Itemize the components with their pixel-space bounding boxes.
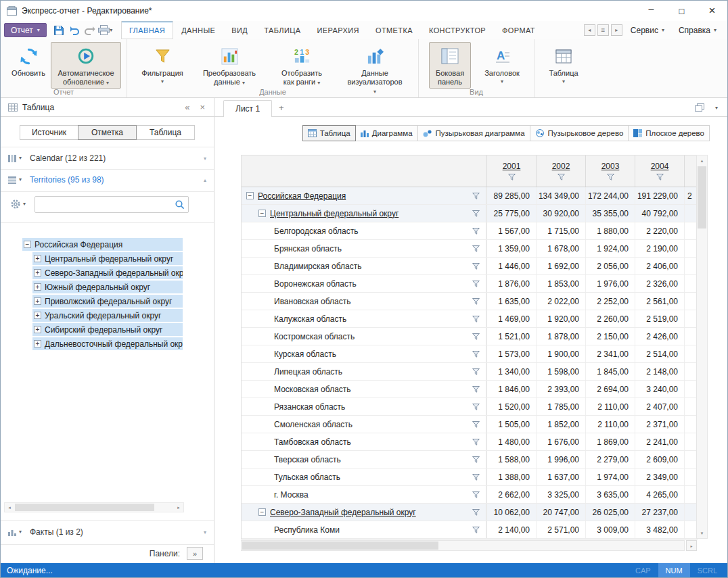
data-cell[interactable]: 2 341,00	[585, 345, 635, 362]
caret-down-icon[interactable]: ▾	[19, 529, 22, 535]
data-cell[interactable]: 2 190,00	[635, 240, 684, 257]
data-cell[interactable]: 2 260,00	[585, 310, 635, 327]
table-row[interactable]: Калужская область1 469,001 920,002 260,0…	[242, 310, 697, 328]
scrollbar-thumb[interactable]	[15, 504, 154, 511]
refresh-button[interactable]: Обновить	[6, 42, 51, 80]
row-header-label[interactable]: Российская Федерация	[258, 191, 346, 201]
filtering-button[interactable]: Фильтрация ▾	[140, 42, 185, 87]
row-filter-icon[interactable]	[472, 474, 480, 481]
column-filter-icon[interactable]	[607, 174, 614, 180]
table-row[interactable]: Костромская область1 521,001 878,002 150…	[242, 328, 697, 345]
table-row[interactable]: Воронежская область1 876,001 853,001 976…	[242, 275, 697, 293]
collapse-panel-button[interactable]: «	[185, 102, 189, 112]
data-cell[interactable]: 1 678,00	[536, 240, 585, 257]
row-filter-icon[interactable]	[472, 298, 480, 305]
table-button[interactable]: Таблица ▾	[544, 42, 583, 87]
tree-item[interactable]: +Приволжский федеральный округ	[1, 294, 214, 308]
table-row[interactable]: Тамбовская область1 480,001 676,001 869,…	[242, 433, 697, 451]
table-row[interactable]: г. Москва2 662,003 325,003 635,004 265,0…	[242, 486, 697, 504]
report-menu-button[interactable]: Отчет ▾	[4, 23, 47, 37]
view-button-3[interactable]: Пузырьковое дерево	[530, 125, 629, 141]
print-button[interactable]: ▾	[98, 23, 113, 38]
row-filter-icon[interactable]	[472, 386, 480, 393]
table-row[interactable]: −Северо-Западный федеральный округ10 062…	[242, 504, 697, 521]
data-cell[interactable]: 2 022,00	[536, 293, 585, 310]
caret-down-icon[interactable]: ▾	[19, 155, 22, 161]
data-cell[interactable]: 172 244,00	[585, 187, 635, 204]
data-cell[interactable]: 3 240,00	[635, 381, 684, 398]
data-cell[interactable]: 2 241,00	[635, 433, 684, 450]
row-filter-icon[interactable]	[472, 193, 480, 199]
table-row[interactable]: Рязанская область1 520,001 785,002 110,0…	[242, 398, 697, 416]
data-cell[interactable]: 2 349,00	[635, 468, 684, 485]
ribbon-tab-0[interactable]: ГЛАВНАЯ	[121, 21, 173, 39]
scroll-right-icon[interactable]: ▸	[174, 505, 183, 510]
search-icon[interactable]	[175, 199, 185, 210]
tree-item[interactable]: −Российская Федерация	[1, 237, 214, 251]
data-cell[interactable]: 26 025,00	[585, 504, 635, 521]
data-cell[interactable]: 1 635,00	[486, 293, 536, 310]
ribbon-tab-6[interactable]: КОНСТРУКТОР	[421, 21, 494, 39]
data-cell[interactable]: 191 229,00	[635, 187, 684, 204]
data-cell[interactable]: 1 598,00	[536, 363, 585, 380]
data-cell[interactable]: 2 426,00	[635, 328, 684, 345]
expand-box-icon[interactable]: +	[34, 326, 41, 333]
table-row[interactable]: Республика Коми2 140,002 571,003 009,003…	[242, 521, 697, 539]
data-cell[interactable]: 2 393,00	[536, 381, 585, 398]
search-input[interactable]	[35, 197, 188, 212]
panels-expand-button[interactable]: »	[187, 547, 203, 560]
row-filter-icon[interactable]	[472, 421, 480, 428]
data-cell[interactable]: 2 407,00	[635, 398, 684, 415]
close-panel-button[interactable]: ×	[200, 102, 205, 112]
data-cell[interactable]: 2 148,00	[635, 363, 684, 380]
data-cell[interactable]: 1 505,00	[486, 416, 536, 433]
data-cell[interactable]: 1 845,00	[585, 363, 635, 380]
row-filter-icon[interactable]	[472, 281, 480, 287]
data-cell[interactable]: 1 573,00	[486, 345, 536, 362]
data-cell[interactable]: 134 349,00	[536, 187, 585, 204]
service-menu[interactable]: Сервис ▾	[624, 26, 670, 35]
data-cell[interactable]: 1 869,00	[585, 433, 635, 450]
data-cell[interactable]: 2 406,00	[635, 258, 684, 274]
column-filter-icon[interactable]	[656, 174, 664, 180]
data-cell[interactable]: 30 920,00	[536, 205, 585, 222]
panel-tab-0[interactable]: Источник	[20, 125, 78, 140]
view-button-1[interactable]: Диаграмма	[355, 125, 418, 141]
data-cell[interactable]: 1 521,00	[486, 328, 536, 345]
row-filter-icon[interactable]	[472, 245, 480, 252]
expand-box-icon[interactable]: +	[34, 297, 41, 305]
data-cell[interactable]: 1 520,00	[486, 398, 536, 415]
data-cell[interactable]: 20 747,00	[536, 504, 585, 521]
table-row[interactable]: Ивановская область1 635,002 022,002 252,…	[242, 293, 697, 310]
transform-data-button[interactable]: Преобразовать данные ▾	[200, 42, 259, 89]
row-filter-icon[interactable]	[472, 210, 480, 217]
data-cell[interactable]: 1 567,00	[486, 222, 536, 239]
data-cell[interactable]: 10 062,00	[486, 504, 536, 521]
data-cell[interactable]: 1 480,00	[486, 433, 536, 450]
data-cell[interactable]: 1 876,00	[486, 275, 536, 292]
show-as-ranks-button[interactable]: 213 Отобразить как ранги ▾	[274, 42, 329, 89]
data-cell[interactable]: 1 976,00	[585, 275, 635, 292]
caret-down-icon[interactable]: ▾	[715, 105, 718, 111]
data-cell[interactable]: 1 853,00	[536, 275, 585, 292]
row-header-label[interactable]: Северо-Западный федеральный округ	[270, 508, 416, 517]
vertical-scrollbar[interactable]: ▲ ▼	[696, 155, 708, 539]
table-row[interactable]: Курская область1 573,001 900,002 341,002…	[242, 345, 697, 363]
collapse-box-icon[interactable]: −	[258, 210, 266, 217]
row-filter-icon[interactable]	[472, 263, 480, 270]
panel-horizontal-scrollbar[interactable]: ◂ ▸	[4, 502, 184, 512]
maximize-button[interactable]: □	[666, 1, 697, 21]
data-cell[interactable]: 35 355,00	[585, 205, 635, 222]
data-cell[interactable]: 1 900,00	[536, 345, 585, 362]
close-button[interactable]: ×	[697, 1, 727, 21]
scroll-down-icon[interactable]: ▼	[697, 528, 707, 538]
ribbon-tab-7[interactable]: ФОРМАТ	[494, 21, 543, 39]
data-cell[interactable]: 2 609,00	[635, 451, 684, 468]
table-row[interactable]: Тверская область1 588,001 996,002 279,00…	[242, 451, 697, 468]
column-header-label[interactable]: 2002	[552, 162, 570, 171]
data-cell[interactable]: 2 220,00	[635, 222, 684, 239]
row-filter-icon[interactable]	[472, 368, 480, 375]
tab-list-button[interactable]: ≡	[597, 24, 609, 36]
redo-button[interactable]	[83, 23, 97, 38]
data-cell[interactable]: 27 237,00	[635, 504, 684, 521]
